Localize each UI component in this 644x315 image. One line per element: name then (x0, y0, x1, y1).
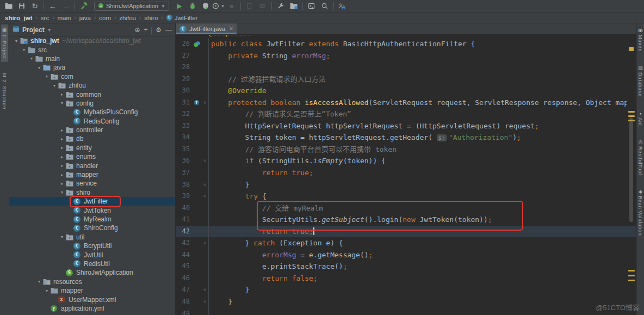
ide-settings-wrench-icon[interactable] (274, 1, 287, 11)
code-text[interactable]: } (211, 179, 627, 191)
profiler-icon[interactable]: ▼ (212, 1, 225, 11)
expand-arrow[interactable]: ▸ (58, 163, 66, 168)
code-line-46[interactable]: 46 return false; (176, 273, 636, 285)
editor-tab-jwtfilter[interactable]: C JwtFilter.java × (176, 23, 237, 34)
code-line-39[interactable]: 39∨ try { (176, 190, 636, 202)
code-line-48[interactable]: 48∧ } (176, 296, 636, 308)
code-line-37[interactable]: 37 return true; (176, 167, 636, 179)
breadcrumb-item-zhifou[interactable]: zhifou (119, 15, 136, 21)
code-text[interactable]: return true; (211, 167, 627, 179)
expand-arrow[interactable]: ▾ (35, 279, 43, 284)
expand-arrow[interactable]: ▾ (28, 56, 35, 61)
code-text[interactable]: try { (211, 190, 627, 202)
tab-close-icon[interactable]: × (229, 25, 233, 33)
expand-arrow[interactable]: ▸ (58, 145, 66, 150)
code-line-35[interactable]: 35 // 游客访问电商平台首页可以不用携带 token (176, 144, 636, 156)
tree-item-shirojwtapplication[interactable]: SShiroJwtApplication (9, 268, 175, 277)
locate-icon[interactable]: ⊕ (135, 26, 140, 34)
expand-arrow[interactable]: ▸ (58, 181, 66, 186)
code-line-31[interactable]: 31∨ protected boolean isAccessAllowed(Se… (176, 97, 636, 109)
tree-item-src[interactable]: ▾src (9, 45, 175, 54)
code-text[interactable]: protected boolean isAccessAllowed(Servle… (211, 97, 627, 109)
tree-item-controller[interactable]: ▸controller (9, 126, 175, 134)
code-line-33[interactable]: 33 HttpServletRequest httpServletRequest… (176, 120, 636, 132)
code-editor[interactable]: @Component 26public class JwtFilter exte… (176, 35, 636, 315)
run-configuration-select[interactable]: ShiroJwtApplication▼ (94, 2, 169, 11)
tool-tab-ant[interactable]: ●Ant (637, 108, 644, 129)
tree-item-config[interactable]: ▾config (9, 99, 175, 108)
tool-tab-project[interactable]: ▣1: Project (1, 24, 8, 62)
breadcrumb-item-com[interactable]: com (99, 15, 111, 21)
code-text[interactable]: if (StringUtils.isEmpty(token)) { (211, 155, 627, 167)
code-line-28[interactable]: 28 (176, 61, 636, 73)
code-text[interactable]: HttpServletRequest httpServletRequest = … (211, 120, 627, 132)
expand-arrow[interactable]: ▾ (58, 190, 66, 195)
terminal-icon[interactable] (305, 1, 318, 11)
code-text[interactable]: public class JwtFilter extends BasicHttp… (211, 38, 627, 50)
tree-item-application.yml[interactable]: yapplication.yml (9, 304, 175, 313)
expand-arrow[interactable]: ▸ (58, 137, 66, 141)
translate-icon[interactable]: 文A (336, 1, 349, 11)
tree-item-resources[interactable]: ▾resources (9, 277, 175, 286)
code-line-40[interactable]: 40 // 交给 myRealm (176, 202, 636, 214)
fold-marker[interactable]: ∨ (201, 97, 209, 109)
expand-arrow[interactable]: ▾ (13, 39, 20, 44)
settings-icon[interactable]: ⚙ (156, 26, 162, 34)
tree-item-jwtfilter[interactable]: CJwtFilter (9, 197, 175, 206)
tree-item-shiroconfig[interactable]: CShiroConfig (9, 224, 175, 232)
code-text[interactable]: // 游客访问电商平台首页可以不用携带 token (211, 144, 627, 156)
tree-item-enums[interactable]: ▸enums (9, 152, 175, 161)
code-text[interactable]: } catch (Exception e) { (211, 237, 627, 249)
breadcrumb-item-java[interactable]: java (79, 15, 91, 21)
expand-arrow[interactable]: ▸ (58, 128, 66, 133)
code-line-42[interactable]: 42 return true; (176, 226, 636, 238)
fold-marker[interactable]: ∧ (201, 237, 209, 249)
code-line-30[interactable]: 30 @Override (176, 85, 636, 97)
collapse-all-icon[interactable]: ÷ (144, 26, 148, 34)
code-text[interactable]: return false; (211, 273, 627, 285)
code-text[interactable]: private String errorMsg; (211, 50, 627, 62)
code-text[interactable]: @Override (211, 85, 627, 97)
open-project-icon[interactable] (2, 1, 15, 11)
expand-arrow[interactable]: ▾ (58, 101, 66, 106)
fold-marker[interactable]: ∨ (201, 155, 209, 167)
fold-marker[interactable]: ∨ (201, 190, 209, 202)
tree-item-redisutil[interactable]: CRedisUtil (9, 260, 175, 268)
code-line-27[interactable]: 27 private String errorMsg; (176, 50, 636, 62)
code-text[interactable]: SecurityUtils.getSubject().login(new Jwt… (211, 214, 627, 226)
project-panel-title[interactable]: Project (22, 26, 45, 34)
code-line-44[interactable]: 44 errorMsg = e.getMessage(); (176, 249, 636, 261)
tree-item-mapper[interactable]: ▸mapper (9, 170, 175, 179)
hide-icon[interactable]: — (165, 26, 172, 34)
code-line-47[interactable]: 47∧ } (176, 284, 636, 296)
tree-item-util[interactable]: ▾util (9, 233, 175, 242)
code-text[interactable]: return true; (211, 226, 627, 238)
breadcrumb-item-main[interactable]: main (58, 15, 71, 21)
tree-item-java[interactable]: ▾java (9, 63, 175, 72)
debug-icon[interactable] (186, 1, 199, 11)
code-text[interactable]: errorMsg = e.getMessage(); (211, 249, 627, 261)
code-line-26[interactable]: 26public class JwtFilter extends BasicHt… (176, 38, 636, 50)
tool-tab-beanvalidation[interactable]: ◆Bean Validation (637, 186, 644, 239)
code-text[interactable]: // 交给 myRealm (211, 202, 627, 214)
code-text[interactable]: // 判断请求头是否带上“Token” (211, 108, 627, 120)
breadcrumb-item-jwtfilter[interactable]: CJwtFilter (166, 15, 198, 21)
tree-item-service[interactable]: ▸service (9, 179, 175, 188)
tree-item-myrealm[interactable]: CMyRealm (9, 215, 175, 224)
code-line-41[interactable]: 41 SecurityUtils.getSubject().login(new … (176, 214, 636, 226)
tree-item-common[interactable]: ▸common (9, 90, 175, 98)
code-line-34[interactable]: 34 String token = httpServletRequest.get… (176, 132, 636, 144)
tree-item-mapper[interactable]: ▾mapper (9, 286, 175, 295)
tree-item-shiro-jwt[interactable]: ▾shiro_jwt~/workspace/idea/shiro_jwt (9, 36, 175, 45)
code-line-43[interactable]: 43∧ } catch (Exception e) { (176, 237, 636, 249)
expand-arrow[interactable]: ▸ (58, 155, 66, 159)
code-line-49[interactable]: 49 (176, 308, 636, 315)
tree-item-com[interactable]: ▾com (9, 72, 175, 81)
tree-item-handler[interactable]: ▸handler (9, 161, 175, 170)
expand-arrow[interactable]: ▾ (20, 47, 28, 52)
run-icon[interactable]: ▶ (173, 1, 186, 11)
code-text[interactable]: } (211, 284, 627, 296)
sync-icon[interactable]: ↻ (28, 1, 41, 11)
search-everywhere-icon[interactable] (318, 1, 331, 11)
navigate-back-icon[interactable]: ← (46, 1, 59, 11)
